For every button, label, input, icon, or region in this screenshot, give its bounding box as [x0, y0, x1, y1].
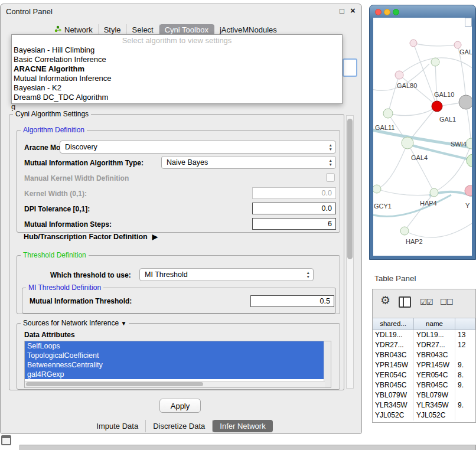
attribute-list-item[interactable]: SelfLoops: [25, 341, 325, 351]
float-window-icon[interactable]: □: [340, 6, 344, 15]
table-row[interactable]: YLR345WYLR345W9.: [373, 400, 475, 410]
sources-group: Sources for Network Inference ▼ Data Att…: [17, 323, 340, 390]
combo-arrows-icon: ▲▼: [329, 158, 332, 167]
settings-scrollbar[interactable]: [346, 115, 354, 389]
table-row[interactable]: YDR27...YDR27...12: [373, 340, 475, 350]
table-row[interactable]: YBL079WYBL079W: [373, 390, 475, 400]
table-cell: YPR145W: [414, 360, 455, 370]
network-canvas[interactable]: GAL80GALGAL10GAL11GAL1SWI4GAL4GCY1HAP4YH…: [373, 18, 472, 256]
combo-arrows-icon: ▲▼: [329, 143, 332, 151]
table-cell: [455, 350, 475, 360]
network-node[interactable]: [431, 58, 439, 66]
algorithm-option[interactable]: ARACNE Algorithm: [12, 64, 342, 74]
table-cell: 9.: [455, 400, 475, 410]
table-cell: YPR145W: [373, 360, 414, 370]
table-row[interactable]: YBR043CYBR043C: [373, 350, 475, 360]
mi-threshold-definition-group: MI Threshold Definition Mutual Informati…: [22, 288, 336, 314]
popup-hint: Select algorithm to view settings: [12, 36, 342, 45]
algorithm-option[interactable]: Mutual Information Inference: [12, 74, 342, 83]
control-panel-titlebar: Control Panel □ ×: [1, 4, 361, 18]
dpi-tolerance-field[interactable]: 0.0: [252, 203, 336, 214]
algorithm-option[interactable]: Dream8 DC_TDC Algorithm: [12, 93, 342, 102]
mac-minimize-button[interactable]: [384, 9, 390, 15]
table-cell: YJL052C: [414, 410, 455, 420]
algorithm-definition-title: Algorithm Definition: [21, 126, 87, 134]
mac-zoom-button[interactable]: [393, 9, 399, 15]
attribute-list-item[interactable]: TopologicalCoefficient: [25, 351, 325, 360]
tab-network[interactable]: Network: [49, 24, 99, 35]
manual-kernel-checkbox[interactable]: [326, 173, 335, 182]
table-panel-title: Table Panel: [374, 274, 416, 283]
collapsed-panel-icon[interactable]: [1, 435, 11, 445]
table-header: shared... name: [373, 318, 475, 330]
tab-jactivemnodules[interactable]: jActiveMNodules: [214, 24, 282, 35]
table-row[interactable]: YPR145WYPR145W9.: [373, 360, 475, 370]
collapse-down-icon[interactable]: ▼: [120, 320, 126, 327]
table-cell: YLR345W: [373, 400, 414, 410]
algorithm-option[interactable]: Basic Correlation Inference: [12, 55, 342, 64]
tab-cyni-toolbox[interactable]: Cyni Toolbox: [159, 24, 214, 35]
canvas-corner-widget[interactable]: [465, 18, 472, 27]
column-header-partial[interactable]: [455, 318, 475, 330]
network-node[interactable]: [467, 154, 472, 167]
hub-definition-label: Hub/Transcription Factor Definition: [24, 233, 148, 241]
mac-close-button[interactable]: [375, 9, 382, 15]
network-node[interactable]: [430, 188, 438, 197]
mi-steps-field[interactable]: 6: [252, 218, 336, 230]
mi-type-select[interactable]: Naive Bayes ▲▼: [161, 156, 336, 169]
attr-list-items: SelfLoopsTopologicalCoefficientBetweenne…: [25, 341, 331, 379]
table-cell: YER054C: [414, 370, 455, 380]
network-node[interactable]: [373, 185, 381, 193]
network-node[interactable]: [454, 41, 461, 48]
algorithm-option[interactable]: Bayesian - K2: [12, 83, 342, 93]
network-node[interactable]: [400, 227, 409, 235]
table-cell: YBL079W: [373, 390, 414, 400]
network-edge: [377, 189, 429, 195]
tab-style[interactable]: Style: [99, 24, 127, 35]
table-row[interactable]: YJL052CYJL052C: [373, 410, 475, 420]
mi-steps-label: Mutual Information Steps:: [24, 220, 112, 229]
attribute-list-item[interactable]: BetweennessCentrality: [25, 360, 325, 370]
column-header-name[interactable]: name: [414, 318, 455, 330]
table-cell: 12: [455, 340, 475, 350]
table-cell: YDL19...: [373, 330, 414, 340]
network-node[interactable]: [432, 101, 442, 112]
network-node[interactable]: [402, 137, 413, 149]
table-row[interactable]: YER054CYER054C8.: [373, 370, 475, 380]
settings-scrollbar-thumb[interactable]: [347, 119, 353, 259]
apply-button[interactable]: Apply: [159, 399, 201, 413]
hub-definition-toggle[interactable]: Hub/Transcription Factor Definition ▶: [24, 233, 158, 241]
window-title: Control Panel: [6, 7, 53, 16]
data-attributes-list[interactable]: SelfLoopsTopologicalCoefficientBetweenne…: [24, 341, 331, 388]
column-selector-icon[interactable]: [399, 296, 411, 308]
mi-threshold-field[interactable]: 0.5: [250, 295, 334, 307]
list-scrollbar-thumb[interactable]: [26, 382, 203, 386]
network-node-label: GAL: [459, 48, 472, 56]
bottom-tab-discretize-data[interactable]: Discretize Data: [146, 420, 213, 432]
network-node-label: HAP4: [420, 200, 437, 207]
attribute-list-item[interactable]: gal4RGexp: [25, 370, 325, 379]
close-window-icon[interactable]: ×: [350, 5, 356, 15]
select-all-icon[interactable]: ☑☑: [420, 298, 432, 306]
threshold-type-select[interactable]: MI Threshold ▲▼: [139, 268, 314, 281]
background-window-edge: [19, 445, 476, 450]
network-node[interactable]: [459, 95, 472, 109]
table-row[interactable]: YBR045CYBR045C9.: [373, 380, 475, 390]
network-node[interactable]: [383, 109, 393, 118]
table-row[interactable]: YDL19...YDL19...13: [373, 330, 475, 340]
aracne-mode-select[interactable]: Discovery ▲▼: [60, 141, 336, 154]
obscured-combobox-fragment: [343, 58, 357, 77]
column-header-shared-name[interactable]: shared...: [373, 318, 414, 330]
bottom-tab-impute-data[interactable]: Impute Data: [89, 420, 146, 432]
threshold-definition-title: Threshold Definition: [21, 251, 89, 259]
table-cell: YLR345W: [414, 400, 455, 410]
gear-icon[interactable]: ⚙: [380, 294, 390, 307]
network-node[interactable]: [395, 71, 403, 79]
deselect-all-icon[interactable]: ☐☐: [440, 298, 452, 306]
list-horizontal-scrollbar[interactable]: [25, 381, 325, 387]
network-node[interactable]: [410, 40, 417, 47]
tab-select[interactable]: Select: [127, 24, 159, 35]
table-cell: YJL052C: [373, 410, 414, 420]
algorithm-option[interactable]: Bayesian - Hill Climbing: [12, 45, 342, 55]
bottom-tab-infer-network[interactable]: Infer Network: [213, 420, 272, 432]
